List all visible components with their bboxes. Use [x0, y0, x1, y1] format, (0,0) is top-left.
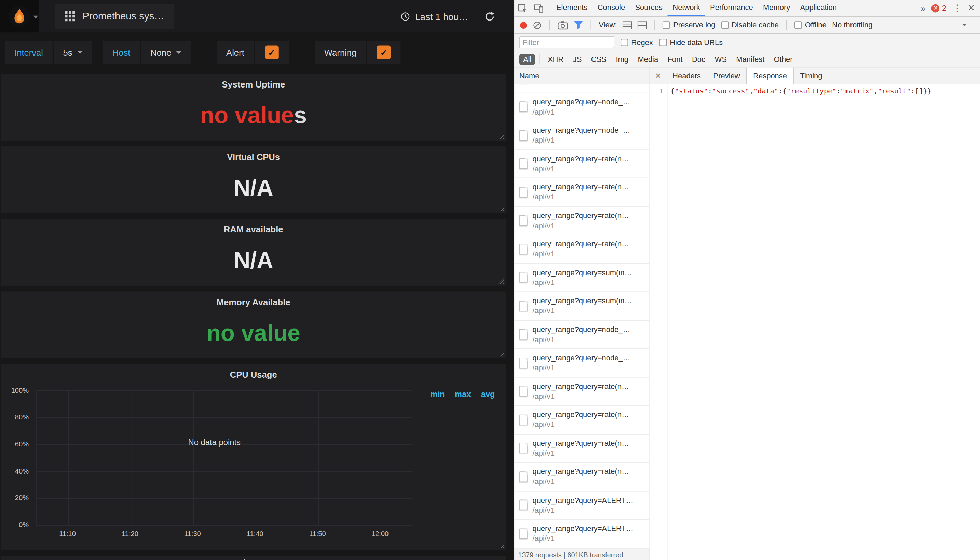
panel-title[interactable]: System Uptime — [1, 74, 507, 90]
request-name: query_range?query=sum(in… — [532, 267, 632, 277]
network-request-row[interactable]: query_range?query=node_… /api/v1 — [514, 349, 649, 377]
network-request-row[interactable]: query_range?query=node_… /api/v1 — [514, 93, 649, 122]
request-text: query_range?query=rate(n… /api/v1 — [532, 438, 629, 458]
time-range-button[interactable]: Last 1 hou… — [400, 11, 468, 22]
interval-dropdown[interactable]: 5s — [54, 42, 91, 64]
network-request-row[interactable]: query_range?query=rate(n… /api/v1 — [514, 434, 649, 463]
warning-toggle-group: Warning ✓ — [315, 42, 401, 64]
request-rows: /api/v1 query_range?query=node_… /api/v1… — [514, 85, 649, 548]
device-toolbar-icon[interactable] — [531, 0, 547, 17]
resource-filter-chip[interactable]: Font — [664, 53, 686, 65]
request-text: query_range?query=ALERT… /api/v1 — [532, 495, 633, 515]
grafana-topbar: Prometheus sys… Last 1 hou… — [0, 0, 514, 32]
inspect-element-icon[interactable] — [514, 0, 531, 17]
chevron-down-icon — [33, 16, 38, 19]
network-request-row[interactable]: query_range?query=rate(n… /api/v1 — [514, 406, 649, 434]
devtools-close-icon[interactable]: × — [968, 2, 974, 14]
line-number: 1 — [650, 85, 667, 560]
request-text: query_range?query=node_… /api/v1 — [532, 353, 630, 373]
network-request-row[interactable]: query_range?query=rate(n… /api/v1 — [514, 150, 649, 178]
close-detail-icon[interactable]: × — [650, 68, 666, 84]
devtools-menu-icon[interactable]: ⋮ — [953, 2, 962, 14]
resource-filter-chip[interactable]: Media — [634, 53, 662, 65]
request-path: /api/v1 — [532, 334, 630, 344]
legend-item[interactable]: max — [455, 390, 471, 399]
panel-title[interactable]: Memory Available — [1, 291, 507, 307]
file-icon — [519, 329, 528, 340]
request-path: /api/v1 — [532, 164, 629, 174]
network-request-row[interactable]: query_range?query=rate(n… /api/v1 — [514, 463, 649, 491]
devtools-tab[interactable]: Sources — [630, 0, 668, 17]
panel-title[interactable]: CPU Usage — [1, 364, 507, 380]
devtools-tab[interactable]: Performance — [705, 0, 758, 17]
stat-panel: Virtual CPUs N/A — [1, 146, 507, 213]
request-name: query_range?query=rate(n… — [532, 438, 629, 448]
stat-value: N/A — [1, 167, 507, 210]
resource-filter-chip[interactable]: Other — [770, 53, 797, 65]
console-error-badge[interactable]: ✕2 — [932, 4, 946, 13]
filter-funnel-icon[interactable] — [574, 20, 583, 29]
throttling-dropdown[interactable]: No throttling — [832, 20, 974, 29]
network-request-row[interactable]: query_range?query=rate(n… /api/v1 — [514, 377, 649, 406]
panel-title[interactable]: Load Average — [1, 556, 507, 560]
network-request-row[interactable]: query_range?query=sum(in… /api/v1 — [514, 292, 649, 320]
name-column-header[interactable]: Name — [514, 68, 649, 85]
network-request-row[interactable]: query_range?query=rate(n… /api/v1 — [514, 207, 649, 235]
devtools-tab[interactable]: Elements — [551, 0, 593, 17]
network-request-row[interactable]: query_range?query=ALERT… /api/v1 — [514, 491, 649, 520]
detail-tab[interactable]: Response — [746, 68, 794, 85]
alert-checkbox[interactable]: ✓ — [255, 42, 289, 64]
host-dropdown[interactable]: None — [141, 42, 190, 64]
legend-item[interactable]: min — [430, 390, 445, 399]
resource-filter-chip[interactable]: Manifest — [732, 53, 768, 65]
request-detail-pane: × HeadersPreviewResponseTiming 1 {"statu… — [650, 68, 980, 560]
warning-checkbox[interactable]: ✓ — [367, 42, 401, 64]
network-request-row[interactable]: query_range?query=sum(in… /api/v1 — [514, 263, 649, 292]
panel-title[interactable]: Virtual CPUs — [1, 146, 507, 162]
large-rows-view-icon[interactable] — [638, 21, 647, 29]
hide-data-urls-checkbox[interactable]: Hide data URLs — [659, 38, 723, 47]
devtools-tab[interactable]: Console — [593, 0, 630, 17]
refresh-button[interactable] — [485, 11, 495, 22]
preserve-log-checkbox[interactable]: Preserve log — [663, 20, 715, 29]
devtools-tab[interactable]: Memory — [758, 0, 795, 17]
resource-filter-chip[interactable]: Doc — [688, 53, 709, 65]
clear-icon[interactable] — [532, 20, 541, 29]
screenshot-camera-icon[interactable] — [558, 20, 568, 29]
devtools-tab[interactable]: Application — [795, 0, 842, 17]
detail-tab[interactable]: Timing — [794, 68, 829, 84]
grafana-flame-icon — [8, 5, 31, 28]
y-axis-label: 80% — [15, 413, 29, 421]
network-request-row[interactable]: query_range?query=ALERT… /api/v1 — [514, 520, 649, 548]
response-view: 1 {"status":"success","data":{"resultTyp… — [650, 85, 980, 560]
stat-panel: RAM available N/A — [1, 219, 507, 286]
panel-title[interactable]: RAM available — [1, 219, 507, 235]
legend-item[interactable]: avg — [481, 390, 495, 399]
network-request-row[interactable]: query_range?query=rate(n… /api/v1 — [514, 178, 649, 207]
resource-filter-chip[interactable]: All — [519, 53, 535, 65]
offline-checkbox[interactable]: Offline — [794, 20, 827, 29]
network-request-row[interactable]: query_range?query=node_… /api/v1 — [514, 122, 649, 150]
divider — [654, 20, 655, 30]
dashboard-title-button[interactable]: Prometheus sys… — [55, 4, 174, 29]
devtools-tab[interactable]: Network — [668, 0, 705, 17]
resource-filter-chip[interactable]: JS — [569, 53, 586, 65]
more-tabs-chevron[interactable]: » — [921, 3, 925, 13]
regex-checkbox[interactable]: Regex — [621, 38, 653, 47]
network-request-row[interactable]: query_range?query=rate(n… /api/v1 — [514, 235, 649, 263]
resource-filter-chip[interactable]: XHR — [544, 53, 567, 65]
disable-cache-checkbox[interactable]: Disable cache — [721, 20, 779, 29]
network-request-row[interactable]: /api/v1 — [514, 85, 649, 93]
resource-filter-chip[interactable]: Img — [612, 53, 632, 65]
small-rows-view-icon[interactable] — [623, 21, 632, 29]
request-text: query_range?query=rate(n… /api/v1 — [532, 154, 629, 174]
grafana-logo-button[interactable] — [0, 0, 38, 32]
record-button[interactable] — [520, 22, 527, 28]
detail-tab[interactable]: Headers — [666, 68, 707, 84]
panel-resize-handle[interactable] — [498, 542, 504, 548]
resource-filter-chip[interactable]: CSS — [587, 53, 610, 65]
network-filter-input[interactable] — [519, 36, 615, 48]
resource-filter-chip[interactable]: WS — [711, 53, 731, 65]
detail-tab[interactable]: Preview — [707, 68, 746, 84]
network-request-row[interactable]: query_range?query=node_… /api/v1 — [514, 320, 649, 349]
